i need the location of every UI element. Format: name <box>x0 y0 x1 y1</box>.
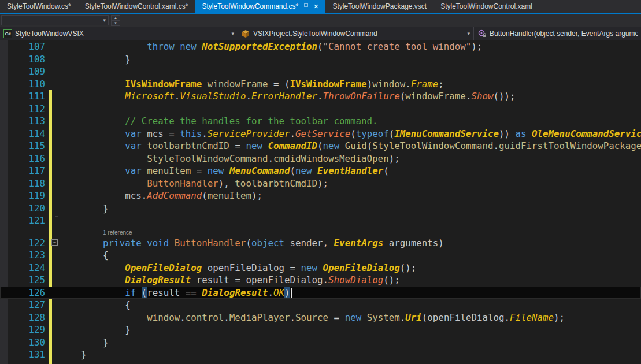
document-tab[interactable]: StyleToolWindowPackage.vsct <box>325 0 433 13</box>
code-line[interactable]: 110 IVsWindowFrame windowFrame = (IVsWin… <box>0 78 641 91</box>
close-icon[interactable]: ✕ <box>313 3 318 10</box>
code-line[interactable]: 118 ButtonHandler), toolbarbtnCmdID); <box>0 177 641 190</box>
code-line[interactable]: 130 } <box>0 336 641 349</box>
line-number: 116 <box>0 153 45 164</box>
line-number: 119 <box>0 190 45 201</box>
tab-label: StyleToolWindowCommand.cs* <box>202 2 298 10</box>
code-line[interactable]: 131 } <box>0 348 641 361</box>
code-line[interactable]: 113 // Create the handles for the toolba… <box>0 115 641 128</box>
code-text: var toolbarbtnCmdID = new CommandID(new … <box>59 140 641 151</box>
code-editor[interactable]: 107 throw new NotSupportedException("Can… <box>0 40 641 364</box>
code-line[interactable]: 129 } <box>0 324 641 336</box>
line-number: 121 <box>0 215 45 226</box>
line-number: 108 <box>0 54 45 65</box>
text-caret <box>291 288 292 298</box>
code-line[interactable]: 122 private void ButtonHandler(object se… <box>0 237 641 250</box>
project-dropdown-label: StyleToolWindowVSIX <box>15 29 84 38</box>
csharp-project-icon: C# <box>3 29 12 38</box>
line-number: 124 <box>0 262 45 273</box>
document-tab-bar: StyleToolWindow.cs*StyleToolWindowContro… <box>0 0 641 13</box>
code-text: } <box>59 54 131 65</box>
line-number: 130 <box>0 337 45 348</box>
code-line[interactable]: 117 var menuItem = new MenuCommand(new E… <box>0 165 641 177</box>
type-dropdown-label: VSIXProject.StyleToolWindowCommand <box>253 29 377 38</box>
code-line[interactable]: 111 Microsoft.VisualStudio.ErrorHandler.… <box>0 90 641 103</box>
code-text: } <box>59 324 131 335</box>
code-text: private void ButtonHandler(object sender… <box>59 237 444 248</box>
codelens-references[interactable]: 1 reference <box>0 227 641 237</box>
code-text: if (result == DialogResult.OK) <box>59 287 292 298</box>
line-number: 123 <box>0 250 45 261</box>
document-tab[interactable]: StyleToolWindowCommand.cs*✕ <box>195 0 325 13</box>
code-text: { <box>59 250 109 261</box>
document-tab[interactable]: StyleToolWindowControl.xaml <box>433 0 539 13</box>
tab-label: StyleToolWindowControl.xaml <box>440 2 532 10</box>
code-text: mcs.AddCommand(menuItem); <box>59 190 262 201</box>
line-number: 128 <box>0 312 45 323</box>
navigation-bar: C# StyleToolWindowVSIX ▾ VSIXProject.Sty… <box>0 27 641 40</box>
code-line-current[interactable]: 126 if (result == DialogResult.OK) <box>0 287 641 299</box>
code-line[interactable]: 125 DialogResult result = openFileDialog… <box>0 274 641 287</box>
member-dropdown-label: ButtonHandler(object sender, EventArgs a… <box>490 29 638 38</box>
chevron-down-icon: ▾ <box>227 31 234 36</box>
member-dropdown[interactable]: ButtonHandler(object sender, EventArgs a… <box>474 27 641 40</box>
code-text: } <box>59 349 87 360</box>
line-number: 120 <box>0 203 45 214</box>
code-text: var mcs = this.ServiceProvider.GetServic… <box>59 128 641 139</box>
line-number: 117 <box>0 165 45 176</box>
code-line[interactable]: 116 StyleToolWindowCommand.cmdidWindowsM… <box>0 153 641 165</box>
line-number: 131 <box>0 349 45 360</box>
document-tab[interactable]: StyleToolWindowControl.xaml.cs* <box>78 0 195 13</box>
code-text: ButtonHandler), toolbarbtnCmdID); <box>59 178 328 189</box>
code-lines: 107 throw new NotSupportedException("Can… <box>0 40 641 361</box>
collapse-region-toggle[interactable]: − <box>51 239 58 246</box>
code-line[interactable]: 107 throw new NotSupportedException("Can… <box>0 40 641 53</box>
chevron-down-icon: ▾ <box>103 17 106 23</box>
code-line[interactable]: 112 <box>0 103 641 116</box>
code-line[interactable]: 120 } <box>0 202 641 215</box>
line-number: 111 <box>0 91 45 102</box>
code-text: Microsoft.VisualStudio.ErrorHandler.Thro… <box>59 91 515 102</box>
code-line[interactable]: 123 { <box>0 249 641 262</box>
code-text: window.control.MediaPlayer.Source = new … <box>59 312 565 323</box>
toolbar-combobox[interactable]: ▾ <box>1 15 109 25</box>
code-line[interactable]: 128 window.control.MediaPlayer.Source = … <box>0 311 641 324</box>
code-text: OpenFileDialog openFileDialog = new Open… <box>59 262 416 273</box>
code-line[interactable]: 115 var toolbarbtnCmdID = new CommandID(… <box>0 140 641 153</box>
private-method-icon <box>477 29 487 38</box>
code-text: IVsWindowFrame windowFrame = (IVsWindowF… <box>59 79 444 90</box>
code-text: throw new NotSupportedException("Cannot … <box>59 41 482 52</box>
code-text: } <box>59 203 109 214</box>
code-line[interactable]: 108 } <box>0 53 641 66</box>
line-number: 114 <box>0 128 45 139</box>
spinner-down-button[interactable]: ▼ <box>111 20 120 26</box>
code-line[interactable]: 114 var mcs = this.ServiceProvider.GetSe… <box>0 128 641 140</box>
code-line[interactable]: 127 { <box>0 299 641 311</box>
project-dropdown[interactable]: C# StyleToolWindowVSIX ▾ <box>0 27 238 40</box>
tab-label: StyleToolWindowControl.xaml.cs* <box>85 2 188 10</box>
line-number: 109 <box>0 66 45 77</box>
line-number: 122 <box>0 237 45 248</box>
code-line[interactable]: 109 <box>0 65 641 78</box>
line-number: 107 <box>0 41 45 52</box>
code-line[interactable]: 119 mcs.AddCommand(menuItem); <box>0 190 641 202</box>
document-tab[interactable]: StyleToolWindow.cs* <box>0 0 78 13</box>
line-number: 112 <box>0 103 45 114</box>
pin-icon[interactable] <box>303 3 309 10</box>
line-number: 115 <box>0 140 45 151</box>
toolbar-separator <box>124 14 124 26</box>
chevron-down-icon: ▾ <box>462 31 470 36</box>
codelens-label[interactable]: 1 reference <box>103 228 132 237</box>
code-line[interactable]: 124 OpenFileDialog openFileDialog = new … <box>0 262 641 274</box>
code-line[interactable]: 121 <box>0 214 641 227</box>
tab-label: StyleToolWindow.cs* <box>7 2 71 10</box>
type-dropdown[interactable]: VSIXProject.StyleToolWindowCommand ▾ <box>238 27 474 40</box>
line-number: 113 <box>0 116 45 127</box>
code-text: StyleToolWindowCommand.cmdidWindowsMedia… <box>59 153 400 164</box>
class-icon <box>242 29 250 38</box>
editor-toolbar: ▾ ▲ ▼ <box>0 14 641 27</box>
line-number: 125 <box>0 274 45 285</box>
code-text: DialogResult result = openFileDialog.Sho… <box>59 274 400 285</box>
line-number: 129 <box>0 324 45 335</box>
line-number: 126 <box>0 287 45 298</box>
